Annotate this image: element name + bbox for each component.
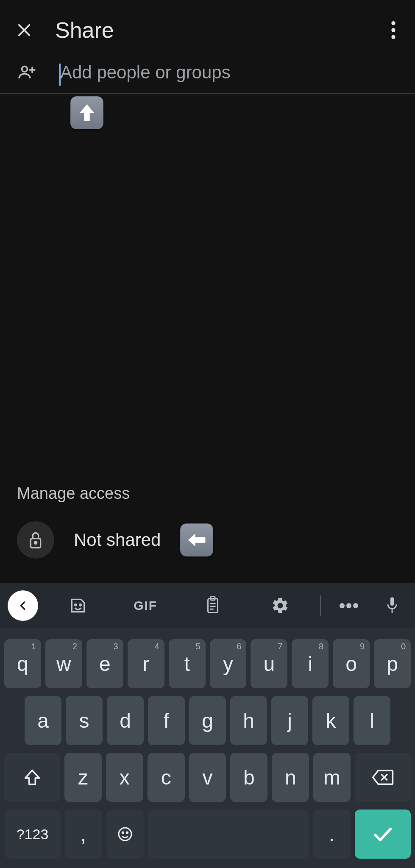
text-cursor (59, 64, 61, 86)
close-button[interactable] (15, 21, 33, 39)
gif-label: GIF (134, 598, 157, 613)
key-v[interactable]: v (189, 753, 226, 802)
sticker-icon (69, 596, 87, 615)
key-hint: 0 (401, 642, 406, 651)
kb-row-2: asdfghjkl (4, 696, 411, 745)
shift-icon (23, 768, 42, 787)
key-x[interactable]: x (106, 753, 143, 802)
svg-point-26 (126, 832, 128, 833)
key-p[interactable]: p0 (374, 639, 411, 688)
svg-point-2 (391, 21, 395, 25)
key-e[interactable]: e3 (86, 639, 123, 688)
up-arrow-icon (78, 103, 95, 123)
backspace-key[interactable] (355, 753, 411, 802)
lock-circle (17, 521, 54, 559)
key-hint: 7 (278, 642, 282, 651)
key-hint: 5 (195, 642, 200, 651)
kb-row-4: ?123 , . (4, 810, 411, 859)
manage-access-title: Manage access (17, 484, 398, 503)
svg-point-18 (346, 603, 351, 608)
kb-sticker-button[interactable] (51, 590, 106, 621)
key-o[interactable]: o9 (333, 639, 370, 688)
more-horiz-icon (340, 603, 358, 608)
key-i[interactable]: i8 (292, 639, 329, 688)
kb-row-3: zxcvbnm (4, 753, 411, 802)
key-hint: 1 (31, 642, 36, 651)
enter-key[interactable] (355, 810, 411, 859)
share-dialog-header: Share (0, 0, 415, 60)
add-people-field-wrap[interactable] (59, 62, 415, 83)
more-options-button[interactable] (387, 17, 400, 43)
kb-mic-button[interactable] (377, 590, 407, 621)
period-label: . (329, 823, 334, 846)
key-t[interactable]: t5 (169, 639, 206, 688)
key-z[interactable]: z (64, 753, 102, 802)
emoji-key[interactable] (106, 810, 144, 859)
kb-settings-button[interactable] (253, 590, 307, 621)
svg-point-10 (75, 604, 77, 606)
key-r[interactable]: r4 (128, 639, 164, 688)
svg-point-24 (119, 828, 131, 840)
key-h[interactable]: h (230, 696, 267, 745)
period-key[interactable]: . (313, 810, 351, 859)
lock-icon (27, 530, 44, 550)
mode-switch-key[interactable]: ?123 (5, 810, 61, 859)
annotation-left-arrow (180, 523, 213, 556)
add-people-input[interactable] (59, 62, 415, 83)
mic-icon (385, 596, 399, 615)
svg-rect-12 (208, 599, 217, 613)
left-arrow-icon (187, 533, 207, 547)
key-w[interactable]: w2 (45, 639, 82, 688)
share-content-area: Manage access Not shared (0, 94, 415, 583)
svg-point-19 (353, 603, 358, 608)
dialog-title: Share (55, 17, 114, 43)
key-j[interactable]: j (271, 696, 308, 745)
key-g[interactable]: g (189, 696, 226, 745)
key-d[interactable]: d (107, 696, 144, 745)
key-b[interactable]: b (230, 753, 267, 802)
key-hint: 9 (360, 642, 365, 651)
key-q[interactable]: q1 (4, 639, 41, 688)
comma-key[interactable]: , (65, 810, 102, 859)
key-m[interactable]: m (313, 753, 351, 802)
comma-label: , (81, 823, 86, 846)
kb-collapse-button[interactable] (8, 590, 38, 621)
emoji-icon (117, 826, 134, 843)
space-key[interactable] (148, 810, 309, 859)
kb-clipboard-button[interactable] (186, 590, 240, 621)
key-s[interactable]: s (66, 696, 103, 745)
key-hint: 6 (237, 642, 241, 651)
svg-rect-20 (390, 597, 394, 606)
key-k[interactable]: k (312, 696, 349, 745)
key-a[interactable]: a (25, 696, 61, 745)
key-u[interactable]: u7 (251, 639, 287, 688)
manage-access-section: Manage access Not shared (0, 484, 415, 583)
key-hint: 4 (154, 642, 159, 651)
keyboard-toolbar: GIF (0, 583, 415, 628)
svg-point-3 (391, 28, 395, 32)
clipboard-icon (204, 596, 221, 615)
backspace-icon (371, 769, 394, 786)
kb-more-button[interactable] (334, 590, 364, 621)
key-l[interactable]: l (354, 696, 390, 745)
mode-switch-label: ?123 (17, 826, 49, 843)
shift-key[interactable] (4, 753, 60, 802)
svg-point-11 (80, 604, 81, 606)
more-vert-icon (391, 21, 396, 39)
svg-point-17 (340, 603, 345, 608)
key-n[interactable]: n (272, 753, 309, 802)
svg-point-4 (391, 35, 395, 39)
key-y[interactable]: y6 (210, 639, 247, 688)
keyboard-rows: q1w2e3r4t5y6u7i8o9p0 asdfghjkl zxcvbnm ?… (0, 628, 415, 863)
kb-gif-button[interactable]: GIF (118, 590, 173, 621)
share-status-row[interactable]: Not shared (17, 521, 398, 559)
key-hint: 2 (72, 642, 77, 651)
key-hint: 3 (114, 642, 118, 651)
check-icon (372, 826, 393, 843)
svg-point-9 (34, 542, 36, 544)
svg-point-25 (122, 832, 123, 833)
kb-row-1: q1w2e3r4t5y6u7i8o9p0 (4, 639, 411, 688)
toolbar-separator (320, 595, 321, 616)
key-c[interactable]: c (148, 753, 185, 802)
key-f[interactable]: f (148, 696, 185, 745)
